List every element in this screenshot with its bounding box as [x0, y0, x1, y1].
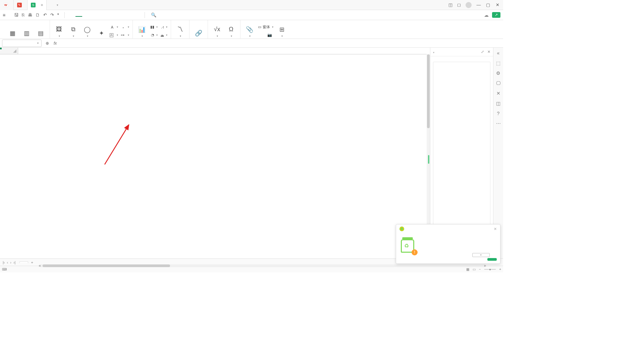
- rail-layout-icon[interactable]: ◫: [496, 101, 500, 106]
- sparkline-button[interactable]: 〽▾: [174, 26, 186, 39]
- print-preview-icon[interactable]: 🗋: [36, 12, 40, 17]
- chart-type-3[interactable]: ⩘▾: [160, 24, 167, 31]
- flowchart-button[interactable]: ⬩▾: [121, 24, 129, 31]
- scroll-thumb[interactable]: [43, 264, 170, 267]
- attachment-button[interactable]: 📎▾: [244, 26, 255, 39]
- fx-button[interactable]: fx: [51, 41, 59, 46]
- zoom-out-icon[interactable]: −: [479, 267, 481, 271]
- table-button[interactable]: ▤: [35, 30, 46, 39]
- sheet-first-icon[interactable]: |‹: [3, 260, 5, 264]
- paperclip-icon: 📎: [246, 26, 253, 33]
- share-button[interactable]: ↗: [492, 12, 500, 18]
- rail-screen-icon[interactable]: 🖵: [496, 81, 501, 86]
- sheet-last-icon[interactable]: ›|: [13, 260, 16, 264]
- tab-menu-button[interactable]: ▾: [53, 3, 62, 7]
- equation-button[interactable]: √x▾: [211, 26, 223, 39]
- select-all-corner[interactable]: [0, 48, 18, 54]
- close-button[interactable]: ✕: [495, 3, 500, 7]
- hyperlink-button[interactable]: 🔗: [193, 30, 204, 39]
- column-chart-icon: ▮▮: [150, 25, 154, 29]
- tab-wps-office[interactable]: W: [0, 0, 14, 10]
- rail-help-icon[interactable]: ?: [497, 111, 500, 116]
- chart-type-1[interactable]: ▮▮▾: [150, 24, 158, 31]
- all-charts-button[interactable]: 📊▾: [136, 26, 148, 39]
- sheet-prev-icon[interactable]: ‹: [7, 260, 8, 264]
- tab-templates[interactable]: ✎: [14, 0, 28, 10]
- tab-document[interactable]: S: [28, 0, 47, 10]
- camera-button[interactable]: 📷: [258, 32, 273, 39]
- wps-logo-icon: W: [3, 3, 8, 7]
- formula-input[interactable]: [59, 40, 503, 47]
- textbox-icon: 🄰: [110, 33, 113, 37]
- add-sheet-button[interactable]: +: [28, 260, 36, 264]
- name-box[interactable]: ▾: [2, 40, 42, 47]
- print-icon[interactable]: 🖶: [28, 12, 32, 17]
- ime-indicator[interactable]: ▾: [472, 253, 490, 257]
- screenshot-button[interactable]: ⧉▾: [67, 26, 79, 39]
- rail-tools-icon[interactable]: ✕: [496, 91, 500, 96]
- redo-icon[interactable]: ↷: [50, 12, 54, 17]
- cube-icon[interactable]: ◻: [457, 2, 461, 7]
- tab-data[interactable]: [98, 13, 104, 17]
- tab-view[interactable]: [112, 13, 119, 17]
- tab-insert[interactable]: [75, 13, 82, 17]
- quick-dd-icon[interactable]: ▾: [57, 12, 59, 17]
- zoom-slider[interactable]: ──●──: [484, 267, 496, 271]
- tab-review[interactable]: [105, 13, 112, 17]
- ribbon-tabs: [68, 13, 141, 17]
- mindmap-icon: ⊶: [121, 33, 124, 37]
- status-mode-icon[interactable]: ⌨: [2, 267, 7, 271]
- icons-button[interactable]: ✦: [96, 30, 107, 39]
- view-page-icon[interactable]: ▭: [473, 267, 476, 271]
- layout-icon[interactable]: ◫: [448, 2, 452, 7]
- picture-button[interactable]: 🖼▾: [53, 26, 65, 39]
- tab-page[interactable]: [83, 13, 90, 17]
- chevron-down-icon: ▾: [37, 42, 39, 45]
- pivot-table-button[interactable]: ▦: [7, 30, 18, 39]
- sheet-tab[interactable]: [19, 261, 28, 263]
- sparkline-icon: 〽: [177, 26, 183, 33]
- save-icon[interactable]: 🖫: [14, 12, 18, 17]
- export-icon[interactable]: ⎘: [22, 12, 24, 17]
- tab-start[interactable]: [68, 13, 75, 17]
- expand-namebox-icon[interactable]: ⊕: [44, 41, 51, 46]
- shapes-button[interactable]: ◯▾: [82, 26, 93, 39]
- maximize-button[interactable]: ▢: [486, 3, 490, 7]
- textbox-button[interactable]: 🄰▾: [110, 32, 118, 39]
- sheet-next-icon[interactable]: ›: [10, 260, 11, 264]
- pivot-chart-button[interactable]: ▥: [21, 30, 32, 39]
- view-normal-icon[interactable]: ▦: [466, 267, 469, 271]
- spreadsheet-grid[interactable]: [0, 48, 430, 258]
- hamburger-icon[interactable]: ≡: [3, 12, 5, 18]
- search-icon[interactable]: 🔍: [151, 12, 156, 17]
- zoom-in-icon[interactable]: +: [499, 267, 501, 271]
- tab-tools[interactable]: [120, 13, 126, 17]
- tab-formula[interactable]: [90, 13, 97, 17]
- panel-close-icon[interactable]: ✕: [487, 50, 490, 54]
- form-control-button[interactable]: ▭ 窗体 ▾: [258, 24, 273, 31]
- user-avatar[interactable]: [466, 2, 472, 8]
- bar-chart-icon: 📊: [138, 26, 146, 33]
- ribbon: ▦ ▥ ▤ 🖼▾ ⧉▾ ◯▾ ✦ A▾ 🄰▾ ⬩▾ ⊶▾ 📊▾ ▮▮▾ ◔▾ ⩘…: [0, 20, 503, 39]
- popup-action-button[interactable]: [487, 258, 497, 261]
- scroll-thumb[interactable]: [427, 54, 430, 128]
- mindmap-button[interactable]: ⊶▾: [121, 32, 129, 39]
- rail-collapse-icon[interactable]: «: [497, 50, 500, 56]
- chart-type-4[interactable]: ⛰▾: [160, 32, 167, 39]
- line-chart-icon: ⩘: [160, 25, 164, 29]
- undo-icon[interactable]: ↶: [43, 12, 47, 17]
- rail-select-icon[interactable]: ⬚: [496, 60, 500, 66]
- cloud-sync-icon[interactable]: ☁: [484, 12, 489, 18]
- tab-efficiency[interactable]: [135, 13, 141, 17]
- wordart-button[interactable]: A▾: [110, 24, 118, 31]
- cleanup-popup: ✕ ♻!: [396, 224, 500, 264]
- minimize-button[interactable]: ―: [476, 3, 481, 7]
- rail-more-icon[interactable]: ⋯: [496, 121, 501, 126]
- rail-settings-icon[interactable]: ⚙: [496, 70, 500, 76]
- popup-close-icon[interactable]: ✕: [494, 227, 497, 231]
- tab-member[interactable]: [127, 13, 134, 17]
- pin-icon[interactable]: ⤢: [481, 50, 484, 54]
- symbol-button[interactable]: Ω▾: [225, 26, 237, 39]
- chart-type-2[interactable]: ◔▾: [150, 32, 158, 39]
- more-resources-button[interactable]: ⊞▾: [276, 26, 287, 39]
